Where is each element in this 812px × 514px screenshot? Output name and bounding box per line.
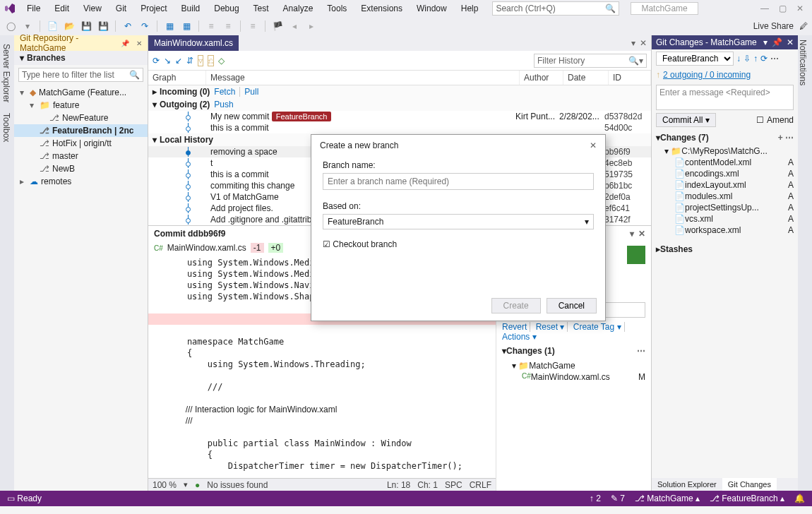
dialog-close-icon[interactable]: ✕	[590, 141, 597, 150]
notifications-tab[interactable]: Notifications	[798, 40, 808, 85]
close-icon[interactable]: ✕	[796, 4, 804, 13]
refresh-icon[interactable]: ⟳	[153, 56, 160, 66]
branch-filter-input[interactable]: Type here to filter the list 🔍	[18, 68, 143, 82]
tab-git-repository[interactable]: Git Repository - MatchGame 📌 ✕	[14, 35, 148, 51]
notification-icon[interactable]: 🔔	[794, 494, 805, 503]
branch-node[interactable]: ▾📁 feature	[14, 99, 148, 112]
outgoing-section[interactable]: ▾ Outgoing (2) Push	[148, 98, 651, 111]
menu-view[interactable]: View	[78, 2, 107, 15]
indent-icon[interactable]: ≡	[205, 20, 217, 32]
branch-node[interactable]: ⎇ FeatureBranch | 2nc	[14, 124, 148, 137]
redo-icon[interactable]: ↷	[138, 20, 151, 32]
menu-edit[interactable]: Edit	[49, 2, 75, 15]
actions-link[interactable]: Actions ▾	[502, 332, 539, 342]
project-node[interactable]: ▾ 📁 MatchGame	[502, 360, 645, 371]
branch-node[interactable]: ⎇ NewFeature	[14, 112, 148, 124]
save-all-icon[interactable]: 💾	[97, 20, 109, 32]
root-folder[interactable]: ▾ 📁 C:\MyRepos\MatchG...	[652, 145, 798, 157]
minimize-icon[interactable]: —	[760, 4, 769, 13]
live-share-button[interactable]: Live Share	[753, 21, 794, 31]
menu-debug[interactable]: Debug	[208, 2, 244, 15]
back-icon[interactable]: ◯	[4, 20, 17, 32]
tab-solution-explorer[interactable]: Solution Explorer	[652, 478, 722, 491]
menu-test[interactable]: Test	[248, 2, 275, 15]
tag-icon[interactable]: ◇	[218, 56, 225, 66]
pull-icon[interactable]: ↙	[175, 56, 182, 66]
branch-name-input[interactable]	[323, 173, 594, 190]
commit-row[interactable]: this is a commit54d00c	[148, 122, 651, 133]
menu-tools[interactable]: Tools	[321, 2, 352, 15]
branch-indicator[interactable]: ⎇ FeatureBranch ▴	[710, 494, 784, 503]
bookmark-icon[interactable]: 🏴	[271, 20, 284, 32]
tab-close-icon[interactable]: ✕	[136, 40, 142, 47]
dropdown-icon[interactable]: ▾	[763, 37, 768, 47]
close-pane-icon[interactable]: ✕	[640, 38, 647, 48]
pull-link[interactable]: Pull	[239, 87, 258, 97]
stashes-header[interactable]: ▸ Stashes	[652, 241, 798, 257]
menu-help[interactable]: Help	[455, 2, 484, 15]
tool-icon-2[interactable]: ▦	[180, 20, 193, 32]
checkout-checkbox[interactable]: ☑ Checkout branch	[323, 239, 594, 249]
branch-node[interactable]: ▸☁ remotes	[14, 175, 148, 188]
menu-window[interactable]: Window	[411, 2, 453, 15]
graph-icon[interactable]: ⎌	[208, 55, 214, 66]
comment-icon[interactable]: ≡	[246, 20, 259, 32]
outgoing-count[interactable]: ↑ 2	[590, 494, 601, 503]
save-icon[interactable]: 💾	[80, 20, 92, 32]
cancel-button[interactable]: Cancel	[547, 298, 597, 313]
branch-node[interactable]: ⎇ master	[14, 150, 148, 162]
commit-row[interactable]: My new commit FeatureBranchKirt Punt...2…	[148, 111, 651, 122]
changed-file[interactable]: C# MainWindow.xaml.cs M	[502, 371, 645, 383]
repo-indicator[interactable]: ⎇ MatchGame ▴	[635, 494, 700, 503]
new-project-icon[interactable]: 📄	[46, 20, 59, 32]
changed-file[interactable]: 📄 projectSettingsUp...A	[652, 202, 798, 213]
toolbox-tab[interactable]: Toolbox	[0, 109, 13, 146]
branch-node[interactable]: ⎇ NewB	[14, 162, 148, 175]
sync-icon[interactable]: ⟳	[760, 54, 768, 64]
branch-node[interactable]: ▾◆ MatchGame (Feature...	[14, 86, 148, 99]
branch-select[interactable]: FeatureBranch	[656, 52, 734, 66]
zoom-level[interactable]: 100 %	[153, 480, 177, 490]
changed-file[interactable]: 📄 modules.xmlA	[652, 191, 798, 202]
changed-file[interactable]: 📄 encodings.xmlA	[652, 168, 798, 179]
changed-file[interactable]: 📄 workspace.xmlA	[652, 225, 798, 236]
menu-extensions[interactable]: Extensions	[355, 2, 408, 15]
revert-link[interactable]: Revert	[502, 322, 530, 332]
dropdown-icon[interactable]: ▾	[631, 38, 635, 48]
create-button[interactable]: Create	[491, 298, 541, 313]
maximize-icon[interactable]: ▢	[779, 4, 787, 13]
commit-message-input[interactable]: Enter a message <Required>	[656, 85, 794, 110]
close-icon[interactable]: ✕	[787, 37, 794, 47]
fetch-link[interactable]: Fetch	[214, 87, 235, 97]
changed-file[interactable]: 📄 contentModel.xmlA	[652, 157, 798, 168]
based-on-select[interactable]: FeatureBranch▾	[323, 214, 594, 229]
amend-checkbox[interactable]: ☐ Amend	[756, 115, 798, 125]
feedback-icon[interactable]: 🖉	[799, 21, 808, 31]
more-icon[interactable]: ⋯	[770, 54, 779, 64]
menu-file[interactable]: File	[21, 2, 46, 15]
server-explorer-tab[interactable]: Server Explorer	[0, 40, 13, 107]
open-icon[interactable]: 📂	[63, 20, 76, 32]
forward-icon[interactable]: ▾	[21, 20, 34, 32]
changed-file[interactable]: 📄 indexLayout.xmlA	[652, 179, 798, 191]
pin-icon[interactable]: 📌	[121, 40, 129, 47]
sync-link[interactable]: 2 outgoing / 0 incoming	[663, 70, 751, 80]
tool-icon[interactable]: ▦	[163, 20, 176, 32]
menu-project[interactable]: Project	[135, 2, 172, 15]
menu-git[interactable]: Git	[110, 2, 132, 15]
push-icon[interactable]: ↑	[753, 54, 758, 64]
fetch-icon[interactable]: ↘	[164, 56, 171, 66]
undo-icon[interactable]: ↶	[121, 20, 134, 32]
commit-all-button[interactable]: Commit All ▾	[656, 113, 716, 127]
filter-history-input[interactable]: Filter History 🔍▾	[534, 54, 647, 68]
branch-node[interactable]: ⎇ HotFix | origin/tt	[14, 137, 148, 150]
push-icon[interactable]: ⇵	[186, 56, 193, 66]
dropdown-icon[interactable]: ▾	[630, 229, 634, 239]
pull-icon[interactable]: ⇩	[744, 54, 751, 64]
menu-build[interactable]: Build	[176, 2, 206, 15]
quick-launch-input[interactable]: Search (Ctrl+Q) 🔍	[492, 1, 619, 16]
push-link[interactable]: Push	[214, 100, 233, 109]
pin-icon[interactable]: 📌	[772, 37, 782, 47]
reset-link[interactable]: Reset ▾	[536, 322, 568, 332]
filter-icon[interactable]: ▿	[198, 55, 203, 66]
